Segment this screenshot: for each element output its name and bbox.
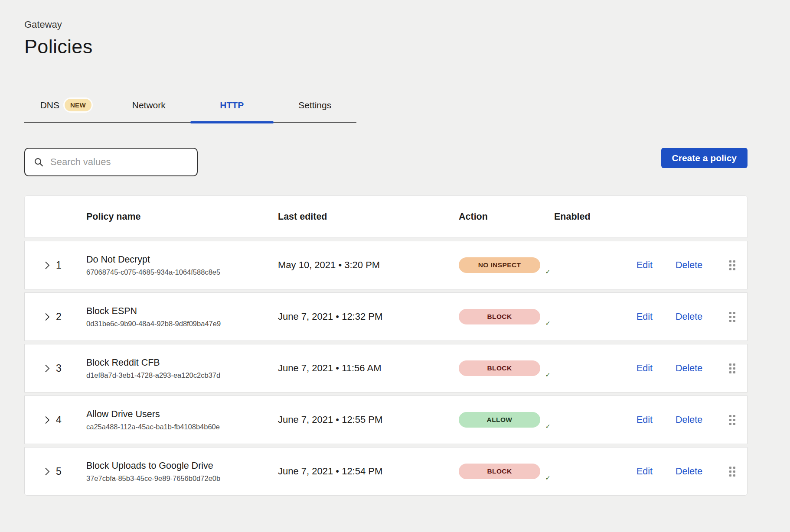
page-title: Policies <box>24 36 748 58</box>
tab-http[interactable]: HTTP <box>190 99 274 122</box>
table-header: Policy name Last edited Action Enabled <box>24 195 748 238</box>
delete-link[interactable]: Delete <box>676 311 702 322</box>
last-edited: May 10, 2021 • 3:20 PM <box>278 260 459 271</box>
action-badge: BLOCK <box>459 360 540 376</box>
delete-link[interactable]: Delete <box>676 466 702 477</box>
tab-dns-label: DNS <box>40 100 59 110</box>
table-row: 1 Do Not Decrypt 67068745-c075-4685-934a… <box>24 241 748 289</box>
actions-divider <box>664 412 664 427</box>
delete-link[interactable]: Delete <box>676 415 702 425</box>
tab-dns[interactable]: DNS NEW <box>24 99 108 122</box>
delete-link[interactable]: Delete <box>676 260 702 271</box>
policy-name: Do Not Decrypt <box>86 254 278 265</box>
edit-link[interactable]: Edit <box>637 260 653 271</box>
last-edited: June 7, 2021 • 11:56 AM <box>278 363 459 374</box>
expand-row-chevron-icon[interactable] <box>42 311 53 322</box>
tab-settings-label: Settings <box>298 100 331 110</box>
tab-network[interactable]: Network <box>108 99 191 122</box>
row-actions: Edit Delete <box>637 361 719 376</box>
row-actions: Edit Delete <box>637 464 719 479</box>
policy-name: Block Reddit CFB <box>86 357 278 368</box>
policy-uuid: 0d31be6c-9b90-48a4-92b8-9d8f09ba47e9 <box>86 320 278 328</box>
delete-link[interactable]: Delete <box>676 363 702 374</box>
edit-link[interactable]: Edit <box>637 466 653 477</box>
policy-name-cell: Block ESPN 0d31be6c-9b90-48a4-92b8-9d8f0… <box>86 306 278 328</box>
action-badge: ALLOW <box>459 412 540 428</box>
drag-handle-icon[interactable] <box>729 467 735 477</box>
tab-bar: DNS NEW Network HTTP Settings <box>24 99 356 123</box>
row-number: 5 <box>56 466 86 477</box>
row-number: 3 <box>56 363 86 374</box>
drag-handle-icon[interactable] <box>729 260 735 270</box>
create-policy-button[interactable]: Create a policy <box>661 148 748 168</box>
drag-handle-icon[interactable] <box>729 363 735 373</box>
edit-link[interactable]: Edit <box>637 415 653 425</box>
actions-divider <box>664 258 664 272</box>
drag-handle-icon[interactable] <box>729 415 735 425</box>
policy-name-cell: Block Reddit CFB d1ef8a7d-3eb1-4728-a293… <box>86 357 278 380</box>
policy-name-cell: Block Uploads to Google Drive 37e7cbfa-8… <box>86 461 278 483</box>
expand-row-chevron-icon[interactable] <box>42 414 53 425</box>
actions-divider <box>664 309 664 324</box>
edit-link[interactable]: Edit <box>637 363 653 374</box>
column-header-enabled: Enabled <box>554 211 637 222</box>
edit-link[interactable]: Edit <box>637 311 653 322</box>
row-number: 2 <box>56 311 86 323</box>
policy-uuid: 67068745-c075-4685-934a-1064f588c8e5 <box>86 268 278 276</box>
action-badge: BLOCK <box>459 309 540 324</box>
tab-http-label: HTTP <box>220 100 244 110</box>
actions-divider <box>664 361 664 376</box>
action-badge: NO INSPECT <box>459 257 540 273</box>
column-header-action: Action <box>459 211 554 222</box>
row-actions: Edit Delete <box>637 412 719 427</box>
expand-row-chevron-icon[interactable] <box>42 466 53 477</box>
policy-name-cell: Do Not Decrypt 67068745-c075-4685-934a-1… <box>86 254 278 276</box>
search-input[interactable] <box>50 156 189 168</box>
policy-uuid: d1ef8a7d-3eb1-4728-a293-ea120c2cb37d <box>86 371 278 380</box>
policy-name: Block Uploads to Google Drive <box>86 461 278 471</box>
tab-network-label: Network <box>132 100 166 110</box>
row-number: 1 <box>56 260 86 271</box>
policy-uuid: ca25a488-112a-45ac-ba1b-fb4108b4b60e <box>86 423 278 431</box>
toolbar: Create a policy <box>24 148 748 176</box>
policy-uuid: 37e7cbfa-85b3-45ce-9e89-7656b0d72e0b <box>86 474 278 483</box>
search-box <box>24 148 198 176</box>
table-row: 2 Block ESPN 0d31be6c-9b90-48a4-92b8-9d8… <box>24 292 748 341</box>
policy-name: Block ESPN <box>86 306 278 317</box>
column-header-last-edited: Last edited <box>278 211 459 222</box>
last-edited: June 7, 2021 • 12:55 PM <box>278 414 459 425</box>
policy-name-cell: Allow Drive Users ca25a488-112a-45ac-ba1… <box>86 409 278 431</box>
column-header-policy-name: Policy name <box>86 211 278 222</box>
table-row: 3 Block Reddit CFB d1ef8a7d-3eb1-4728-a2… <box>24 344 748 393</box>
last-edited: June 7, 2021 • 12:32 PM <box>278 311 459 322</box>
policy-name: Allow Drive Users <box>86 409 278 420</box>
page-content: Gateway Policies DNS NEW Network HTTP Se… <box>24 0 748 496</box>
drag-handle-icon[interactable] <box>729 312 735 322</box>
policy-table: Policy name Last edited Action Enabled 1… <box>24 195 748 496</box>
search-icon <box>33 157 44 167</box>
toggle-check-icon: ✓ <box>543 473 553 483</box>
table-row: 5 Block Uploads to Google Drive 37e7cbfa… <box>24 447 748 496</box>
action-badge: BLOCK <box>459 464 540 479</box>
expand-row-chevron-icon[interactable] <box>42 260 53 271</box>
actions-divider <box>664 464 664 479</box>
row-actions: Edit Delete <box>637 309 719 324</box>
last-edited: June 7, 2021 • 12:54 PM <box>278 466 459 477</box>
new-badge: NEW <box>65 99 91 111</box>
breadcrumb: Gateway <box>24 0 748 30</box>
toggle-check-icon: ✓ <box>543 318 553 328</box>
tab-settings[interactable]: Settings <box>274 99 357 122</box>
expand-row-chevron-icon[interactable] <box>42 363 53 374</box>
row-number: 4 <box>56 414 86 426</box>
toggle-check-icon: ✓ <box>543 266 553 276</box>
toggle-check-icon: ✓ <box>543 421 553 431</box>
toggle-check-icon: ✓ <box>543 370 553 380</box>
table-row: 4 Allow Drive Users ca25a488-112a-45ac-b… <box>24 396 748 444</box>
row-actions: Edit Delete <box>637 258 719 272</box>
